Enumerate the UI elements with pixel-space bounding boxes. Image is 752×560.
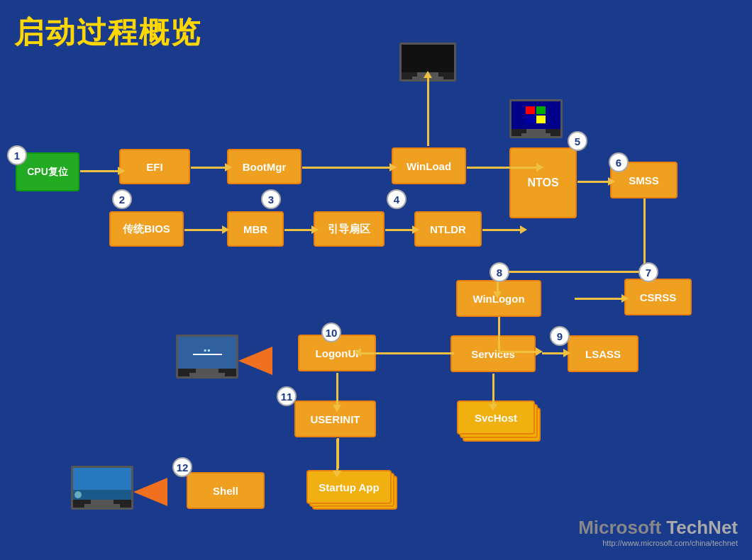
svg-rect-2 xyxy=(526,116,535,123)
arrow-services-svchost xyxy=(492,374,494,405)
winload-box: WinLoad xyxy=(392,147,466,184)
arrow-bootmgr-winload xyxy=(302,167,391,169)
efi-box: EFI xyxy=(119,149,190,184)
fat-arrow-to-monitor-login xyxy=(238,347,272,375)
arrow-to-logonui xyxy=(354,348,361,357)
monitor-login: ■ ■ xyxy=(176,335,238,379)
csrss-box: CSRSS xyxy=(624,279,692,315)
badge-4: 4 xyxy=(387,189,407,209)
arrow-cpu-efi xyxy=(80,170,119,172)
monitor-win xyxy=(509,99,563,138)
arrow-yindao-ntldr xyxy=(385,229,414,231)
arrow-ntldr-ntos xyxy=(482,229,521,231)
badge-10: 10 xyxy=(321,323,341,342)
badge-5: 5 xyxy=(568,131,587,151)
arrow-winload-ntos xyxy=(467,167,538,169)
winlogon-box: WinLogon xyxy=(456,280,541,317)
arrow-smss-csrss-h xyxy=(575,298,623,300)
badge-9: 9 xyxy=(550,326,570,346)
bios-box: 传统BIOS xyxy=(109,211,184,247)
yindao-box: 引导扇区 xyxy=(314,211,385,247)
shell-box: Shell xyxy=(187,472,265,509)
ms-url: http://www.microsoft.com/china/technet xyxy=(578,539,738,547)
fat-arrow-to-monitor-desktop xyxy=(133,478,167,506)
ms-microsoft-label: Microsoft TechNet xyxy=(578,517,738,538)
ms-technet-logo: Microsoft TechNet http://www.microsoft.c… xyxy=(578,517,738,547)
svg-rect-3 xyxy=(536,116,546,123)
badge-7: 7 xyxy=(638,262,658,282)
page-title: 启动过程概览 xyxy=(14,13,201,52)
line-winlogon-logonui xyxy=(360,352,454,354)
badge-1: 1 xyxy=(7,145,27,165)
startup-box1: Startup App xyxy=(306,470,392,504)
ntldr-box: NTLDR xyxy=(414,211,482,247)
arrow-efi-bootmgr xyxy=(191,167,226,169)
arrow-mbr-yindao xyxy=(284,229,313,231)
line-winlogon-down xyxy=(498,317,500,352)
badge-8: 8 xyxy=(490,262,509,282)
badge-6: 6 xyxy=(609,152,629,172)
badge-11: 11 xyxy=(277,386,297,406)
badge-3: 3 xyxy=(261,189,281,209)
arrow-winlogon-lsass xyxy=(542,352,565,354)
badge-2: 2 xyxy=(112,189,132,209)
svg-rect-0 xyxy=(526,106,535,114)
arrow-logonui-userinit xyxy=(336,373,338,406)
lsass-box: LSASS xyxy=(568,335,638,372)
arrow-winlogon-services xyxy=(498,351,537,353)
monitor-desktop xyxy=(71,466,133,510)
arrow-bios-mbr xyxy=(184,229,223,231)
svg-rect-1 xyxy=(536,106,546,114)
bootmgr-box: BootMgr xyxy=(227,149,302,184)
arrow-winload-screen xyxy=(427,77,429,146)
mbr-box: MBR xyxy=(227,211,284,247)
line-smss-winlogon xyxy=(497,271,646,273)
line-ntos-smss-connector xyxy=(578,181,611,183)
badge-12: 12 xyxy=(172,457,192,477)
services-box: Services xyxy=(450,335,536,372)
ntos-box: NTOS xyxy=(509,147,577,218)
line-userinit-startup xyxy=(337,438,339,469)
